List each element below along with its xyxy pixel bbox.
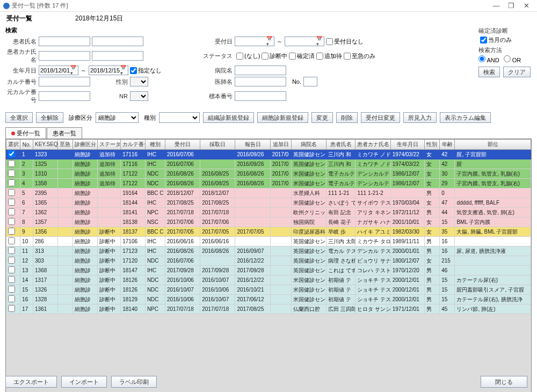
tab-patient-list[interactable]: 患者一覧 (47, 127, 82, 139)
row-checkbox[interactable] (8, 179, 15, 186)
dob-to[interactable]: 2018/12/15📅▾ (89, 66, 128, 75)
row-checkbox[interactable] (8, 170, 15, 177)
shubetsu-select[interactable] (159, 112, 200, 123)
col-sex[interactable]: 性別 (424, 140, 439, 150)
row-checkbox[interactable] (8, 276, 15, 283)
row-checkbox[interactable] (8, 237, 15, 244)
sinryo-select[interactable]: 細胞診 (96, 112, 139, 123)
patient-lastname-input[interactable] (39, 37, 90, 46)
status-shindan-check[interactable]: 診断中 (262, 52, 287, 60)
reception-date-from[interactable]: 📅▾ (235, 37, 274, 46)
table-row[interactable]: 21325細胞診追加待17116IHC2016/07/062016/09/262… (6, 159, 531, 169)
row-checkbox[interactable] (8, 160, 15, 167)
row-checkbox[interactable] (8, 257, 15, 264)
calendar-icon[interactable]: 📅▾ (70, 65, 77, 76)
table-row[interactable]: 61365細胞診18144IHC2017/08/252017/08/25米国健診… (6, 198, 531, 208)
minimize-button[interactable]: — (489, 2, 504, 10)
search-button[interactable]: 検索 (478, 67, 500, 77)
change-date-button[interactable]: 受付日変更 (361, 112, 400, 123)
patient-kana-first-input[interactable] (92, 51, 143, 61)
no-reception-date-check[interactable]: 受付日なし (326, 38, 364, 46)
table-row[interactable]: 71362細胞診18141NPC2017/07/182017/07/18欧州クリ… (6, 208, 531, 217)
col-key[interactable]: KEY.SEQ番 (33, 140, 58, 150)
maximize-button[interactable]: ❐ (504, 2, 519, 10)
table-row[interactable]: 52395細胞診19164BBC C2018/12/072018/12/07水星… (6, 188, 531, 198)
table-row[interactable]: 11323細胞診追加待17116IHC2016/07/062016/09/262… (6, 150, 531, 159)
saibo-new-button[interactable]: 細胞診新規登録 (257, 112, 308, 123)
col-uke[interactable]: 受付日 (165, 140, 200, 150)
no-input[interactable] (303, 77, 317, 86)
calendar-icon[interactable]: 📅▾ (266, 36, 273, 47)
col-sei[interactable]: 生年月日 (390, 140, 424, 150)
table-row[interactable]: 151326細胞診診断中18126NDC2016/10/072016/10/06… (6, 285, 531, 295)
column-edit-button[interactable]: 表示カラム編集 (440, 112, 491, 123)
select-all-button[interactable]: 全選択 (5, 112, 33, 123)
calendar-icon[interactable]: 📅▾ (120, 65, 127, 76)
row-checkbox[interactable] (8, 189, 15, 196)
row-checkbox[interactable] (8, 305, 15, 312)
table-row[interactable]: 12303細胞診診断中17120NDC2016/07/062016/12/22英… (6, 256, 531, 266)
col-bui[interactable]: 部位 (455, 140, 531, 150)
row-checkbox[interactable] (8, 286, 15, 293)
table-row[interactable]: 31310細胞診追加待17122NDC2016/08/262016/08/252… (6, 169, 531, 179)
table-row[interactable]: 81357細胞診18138NSC2017/07/062017/07/06独国病院… (6, 217, 531, 227)
tab-reception-list[interactable]: 受付一覧 (5, 127, 46, 139)
export-button[interactable]: エクスポート (5, 376, 57, 388)
status-tsuika-check[interactable]: 追加待 (316, 52, 342, 60)
togetsu-check[interactable]: 当月のみ (480, 36, 531, 44)
row-checkbox[interactable] (8, 208, 15, 215)
col-kar[interactable]: カルテ番号 (121, 140, 146, 150)
sex-select[interactable] (130, 77, 148, 86)
col-sai[interactable]: 採取日 (200, 140, 235, 150)
table-row[interactable]: 141317細胞診診断中18126NDC2016/10/062016/10/07… (6, 275, 531, 285)
doctor-input[interactable] (235, 77, 286, 86)
dob-none-check[interactable]: 指定なし (130, 67, 162, 75)
deselect-all-button[interactable]: 全解除 (36, 112, 63, 123)
col-sigu[interactable]: 至急 (57, 140, 72, 150)
col-byo[interactable]: 病院名 (291, 140, 326, 150)
clear-button[interactable]: クリア (503, 67, 531, 77)
label-print-button[interactable]: ラベル印刷 (111, 376, 157, 388)
karte-input[interactable] (39, 77, 90, 86)
status-kakutei-check[interactable]: 確定済 (289, 52, 315, 60)
dob-from[interactable]: 2018/12/01📅▾ (39, 66, 78, 75)
row-checkbox[interactable] (8, 150, 15, 157)
table-row[interactable]: 41358細胞診追加待17122NDC2016/08/262016/08/252… (6, 179, 531, 188)
and-radio[interactable]: AND (478, 55, 499, 63)
table-row[interactable]: 11313細胞診診断中17123IHC2016/08/262016/08/262… (6, 246, 531, 256)
change-button[interactable]: 変更 (311, 112, 333, 123)
specimen-input[interactable] (235, 91, 286, 101)
col-no[interactable]: No. (20, 140, 33, 150)
close-window-button[interactable]: ✕ (519, 2, 534, 10)
table-row[interactable]: 171361細胞診診断中18140NPC2017/07/182017/07/18… (6, 304, 531, 314)
col-sin[interactable]: 診療区分 (73, 140, 98, 150)
motokarute-input[interactable] (39, 91, 90, 101)
col-sel[interactable]: 選択 (6, 140, 20, 150)
shoken-button[interactable]: 所見入力 (403, 112, 437, 123)
row-checkbox[interactable] (8, 199, 15, 206)
soshiki-new-button[interactable]: 組織診新規登録 (203, 112, 254, 123)
status-shikyu-check[interactable]: 至急のみ (344, 52, 375, 60)
table-row[interactable]: 91356細胞診診断中18137BBC C2017/07/052017/07/0… (6, 227, 531, 237)
patient-firstname-input[interactable] (92, 37, 143, 46)
col-kan[interactable]: 患者氏名 (326, 140, 355, 150)
reception-date-to[interactable]: 📅▾ (285, 37, 324, 46)
close-button[interactable]: 閉じる (481, 376, 527, 388)
row-checkbox[interactable] (8, 266, 15, 273)
table-row[interactable]: 161328細胞診診断中18129NDC2016/10/062016/10/07… (6, 295, 531, 304)
col-age[interactable]: 年齢 (440, 140, 455, 150)
col-hou[interactable]: 報告日 (235, 140, 270, 150)
table-row[interactable]: 131368細胞診診断中18147IHC2017/09/282017/09/28… (6, 266, 531, 275)
row-checkbox[interactable] (8, 247, 15, 254)
table-row[interactable]: 10286細胞診診断中17106IHC2016/06/162016/06/16英… (6, 237, 531, 246)
row-checkbox[interactable] (8, 218, 15, 225)
row-checkbox[interactable] (8, 295, 15, 302)
nr-select[interactable] (130, 91, 148, 101)
status-none-check[interactable]: (なし) (236, 52, 260, 60)
col-tui[interactable]: 追加日 (270, 140, 291, 150)
patient-kana-last-input[interactable] (39, 51, 90, 61)
calendar-icon[interactable]: 📅▾ (316, 36, 323, 47)
col-kana[interactable]: 患者カナ氏名 (355, 140, 390, 150)
col-syu[interactable]: 種別 (145, 140, 165, 150)
row-checkbox[interactable] (8, 228, 15, 235)
